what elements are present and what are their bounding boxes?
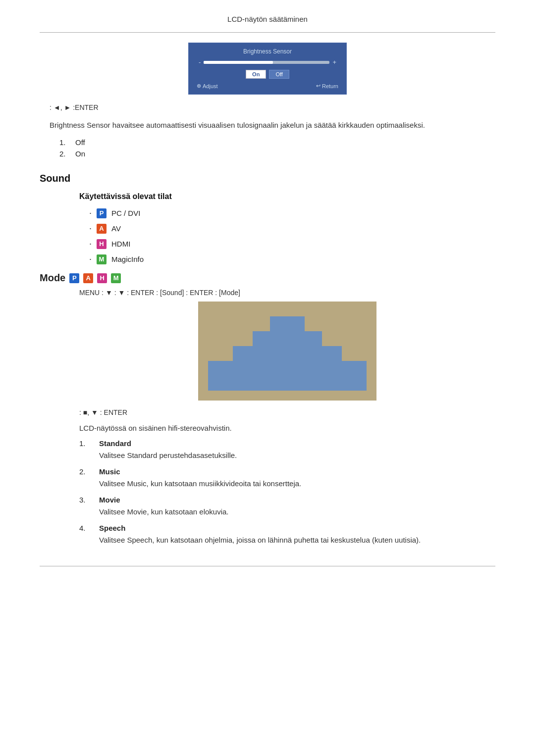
movie-desc: Valitsee Movie, kun katsotaan elokuvia. — [99, 506, 495, 518]
mode-badge-a: A — [83, 273, 93, 283]
osd-footer-return: ↩ Return — [316, 83, 338, 89]
standard-row: 1. Standard — [79, 439, 495, 448]
music-desc: Valitsee Music, kun katsotaan musiikkivi… — [99, 478, 495, 490]
osd-plus: + — [332, 58, 336, 66]
page: LCD-näytön säätäminen Brightness Sensor … — [0, 0, 535, 596]
osd-buttons-row: On Off — [197, 70, 338, 79]
mode-osd — [198, 302, 376, 401]
mode-osd-svg — [198, 302, 376, 401]
badge-h: H — [97, 239, 107, 249]
bullet-dot-pc: · — [89, 208, 92, 218]
mode-text-magicinfo: MagicInfo — [111, 255, 144, 263]
badge-a: A — [97, 224, 107, 234]
speech-desc: Valitsee Speech, kun katsotaan ohjelmia,… — [99, 534, 495, 546]
mode-badge-p: P — [69, 273, 79, 283]
osd-footer-row: ⊕ Adjust ↩ Return — [197, 83, 338, 89]
list-label-off: Off — [75, 138, 85, 147]
badge-m: M — [97, 254, 107, 264]
page-title: LCD-näytön säätäminen — [40, 15, 495, 23]
adjust-icon: ⊕ — [197, 83, 201, 89]
brightness-description: Brightness Sensor havaitsee automaattise… — [50, 119, 495, 131]
available-modes-heading: Käytettävissä olevat tilat — [79, 192, 495, 201]
music-num: 2. — [79, 467, 93, 476]
osd-footer-adjust: ⊕ Adjust — [197, 83, 218, 89]
sound-mode-list: 1. Standard Valitsee Standard perustehda… — [79, 439, 495, 546]
off-on-list: 1. Off 2. On — [59, 138, 495, 158]
sound-mode-speech: 4. Speech Valitsee Speech, kun katsotaan… — [79, 524, 495, 546]
movie-num: 3. — [79, 496, 93, 504]
bullet-dot-av: · — [89, 223, 92, 234]
speech-num: 4. — [79, 524, 93, 532]
badge-p: P — [97, 208, 107, 218]
mode-osd-container — [79, 302, 495, 401]
osd-slider-fill — [204, 61, 273, 64]
bullet-item-hdmi: · H HDMI — [89, 239, 495, 249]
svg-rect-3 — [233, 346, 342, 361]
bullet-item-magicinfo: · M MagicInfo — [89, 254, 495, 264]
standard-desc: Valitsee Standard perustehdasasetuksille… — [99, 450, 495, 461]
svg-rect-1 — [270, 316, 305, 331]
sound-mode-movie: 3. Movie Valitsee Movie, kun katsotaan e… — [79, 496, 495, 518]
mode-badge-h: H — [97, 273, 107, 283]
svg-rect-4 — [208, 361, 367, 391]
list-item-off: 1. Off — [59, 138, 495, 147]
sound-mode-music: 2. Music Valitsee Music, kun katsotaan m… — [79, 467, 495, 490]
mode-heading-row: Mode P A H M — [40, 272, 495, 284]
osd-slider-track — [204, 61, 329, 64]
modes-bullet-list: · P PC / DVI · A AV · H HDMI · M MagicIn… — [89, 208, 495, 264]
movie-row: 3. Movie — [79, 496, 495, 504]
list-item-on: 2. On — [59, 150, 495, 158]
standard-num: 1. — [79, 439, 93, 448]
standard-label: Standard — [99, 439, 131, 448]
osd-container: Brightness Sensor - + On Off ⊕ Adjust ↩ — [40, 43, 495, 95]
enter-instruction2: : ■, ▼ : ENTER — [79, 408, 495, 416]
bullet-item-pc: · P PC / DVI — [89, 208, 495, 218]
mode-text-av: AV — [111, 224, 121, 233]
top-rule — [40, 32, 495, 33]
osd-box: Brightness Sensor - + On Off ⊕ Adjust ↩ — [188, 43, 347, 95]
music-label: Music — [99, 467, 120, 476]
bullet-dot-magicinfo: · — [89, 254, 92, 264]
menu-instruction: MENU : ▼ : ▼ : ENTER : [Sound] : ENTER :… — [79, 289, 495, 297]
stereo-description: LCD-näytössä on sisäinen hifi-stereovahv… — [79, 422, 495, 434]
enter-instruction: : ◄, ► :ENTER — [50, 103, 495, 111]
music-row: 2. Music — [79, 467, 495, 476]
sound-heading: Sound — [40, 173, 495, 184]
svg-rect-2 — [253, 331, 322, 346]
bullet-dot-hdmi: · — [89, 239, 92, 249]
return-icon: ↩ — [316, 83, 321, 89]
list-num-2: 2. — [59, 150, 69, 158]
osd-slider-row: - + — [197, 58, 338, 66]
sound-mode-standard: 1. Standard Valitsee Standard perustehda… — [79, 439, 495, 461]
osd-btn-on[interactable]: On — [246, 70, 266, 79]
mode-label: Mode — [40, 272, 65, 284]
mode-text-pc: PC / DVI — [111, 209, 140, 217]
osd-btn-off[interactable]: Off — [269, 70, 289, 79]
movie-label: Movie — [99, 496, 120, 504]
osd-title: Brightness Sensor — [197, 48, 338, 55]
list-label-on: On — [75, 150, 85, 158]
bottom-rule — [40, 566, 495, 566]
bullet-item-av: · A AV — [89, 223, 495, 234]
speech-row: 4. Speech — [79, 524, 495, 532]
mode-badge-m: M — [111, 273, 121, 283]
osd-minus: - — [199, 58, 201, 66]
list-num-1: 1. — [59, 138, 69, 147]
speech-label: Speech — [99, 524, 125, 532]
mode-text-hdmi: HDMI — [111, 240, 130, 248]
